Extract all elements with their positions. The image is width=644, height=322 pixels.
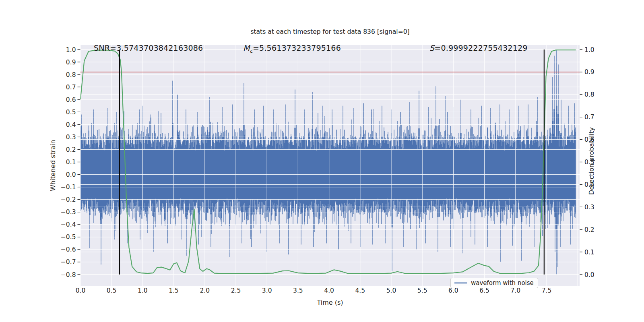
left-tick-label: −0.7	[61, 258, 76, 266]
snr-annotation: SNR=3.5743703842163086	[94, 43, 203, 52]
right-tick-label: 0.0	[584, 271, 594, 279]
score-annotation: S=0.9999222755432129	[429, 43, 528, 52]
left-tick-label: −0.1	[61, 184, 76, 191]
x-tick-label: 3.0	[262, 287, 272, 294]
legend-label: waveform with noise	[471, 279, 534, 287]
left-tick-label: 0.1	[66, 159, 76, 166]
right-tick-label: 1.0	[584, 46, 594, 54]
legend-line-swatch	[454, 282, 468, 284]
left-y-axis-label: Whitened strain	[49, 140, 57, 191]
x-tick-label: 2.5	[231, 287, 241, 294]
right-tick-label: 0.3	[584, 204, 594, 211]
left-tick-label: −0.3	[61, 208, 76, 216]
left-tick-label: 0.8	[66, 71, 76, 78]
left-tick-label: −0.6	[61, 246, 76, 253]
left-tick-label: 0.2	[66, 146, 76, 153]
chart-title: stats at each timestep for test data 836…	[80, 28, 580, 35]
right-tick-label: 0.8	[584, 91, 594, 98]
left-tick-label: 0.7	[66, 84, 76, 91]
left-tick-label: 0.5	[66, 109, 76, 116]
right-tick-label: 0.9	[584, 68, 594, 76]
figure: 1.00.90.80.70.60.50.40.30.20.10.0−0.1−0.…	[0, 0, 644, 322]
left-tick-label: 0.9	[66, 59, 76, 66]
x-tick-label: 1.5	[169, 287, 179, 294]
x-tick-label: 0.5	[107, 287, 117, 294]
left-tick-label: 0.4	[66, 121, 76, 128]
right-y-axis-label: Detection probability	[588, 127, 595, 195]
x-axis-label: Time (s)	[80, 299, 580, 306]
x-tick-label: 4.0	[324, 287, 334, 294]
x-tick-label: 0.0	[76, 287, 86, 294]
right-tick-label: 0.7	[584, 114, 594, 121]
left-tick-label: 1.0	[66, 46, 76, 54]
left-tick-label: 0.6	[66, 96, 76, 103]
left-tick-label: −0.2	[61, 196, 76, 203]
right-tick-label: 0.2	[584, 226, 594, 233]
left-tick-label: −0.4	[61, 221, 76, 228]
x-tick-label: 1.0	[138, 287, 148, 294]
left-tick-label: 0.0	[66, 171, 76, 178]
x-tick-label: 3.5	[293, 287, 303, 294]
x-tick-label: 5.0	[386, 287, 396, 294]
left-tick-label: 0.3	[66, 134, 76, 141]
left-tick-label: −0.5	[61, 233, 76, 241]
left-tick-label: −0.8	[61, 271, 76, 279]
legend: waveform with noise	[450, 278, 538, 288]
x-tick-label: 7.5	[542, 287, 552, 294]
x-tick-label: 2.0	[200, 287, 210, 294]
x-tick-label: 5.5	[417, 287, 427, 294]
x-tick-label: 4.5	[355, 287, 365, 294]
chirp-mass-annotation: Mc=5.561373233795166	[243, 43, 341, 52]
right-tick-label: 0.1	[584, 249, 594, 256]
